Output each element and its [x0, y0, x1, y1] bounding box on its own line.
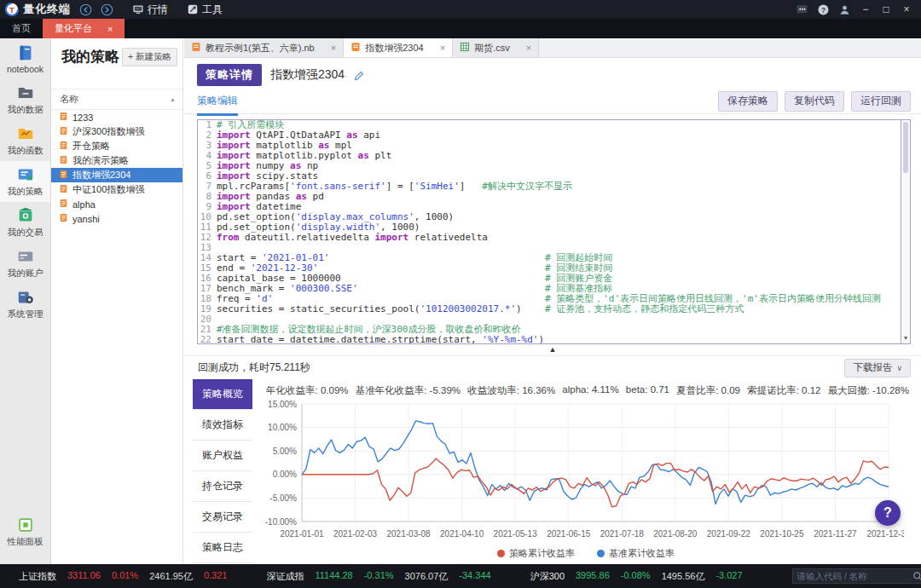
cpu-icon — [16, 516, 35, 534]
code-line[interactable]: 22start_date = datetime.datetime.strptim… — [198, 335, 910, 344]
doc-tab-1[interactable]: 指数增强2304× — [344, 38, 453, 57]
edit-pencil-icon[interactable] — [353, 70, 364, 81]
index-quote[interactable]: 上证指数3311.060.01%2461.95亿0.321 — [19, 570, 227, 583]
title-bar: T 量化终端 行情 工具 ? − □ × — [0, 0, 921, 19]
strategy-list: 1233沪深300指数增强开仓策略我的演示策略指数增强2304中证100指数增强… — [51, 110, 182, 226]
forward-icon[interactable] — [101, 3, 113, 16]
sidebar-item-my-data[interactable]: 我的数据 — [0, 79, 50, 120]
backtest-tab-column: 策略概览绩效指标账户权益持仓记录交易记录策略日志 — [193, 379, 252, 563]
doc-tab-2[interactable]: 期货.csv× — [453, 38, 539, 57]
collapse-editor-handle[interactable]: ▲ — [184, 344, 921, 355]
chevron-down-icon: ∨ — [896, 364, 902, 372]
sidebar-item-my-strategies[interactable]: 我的策略 — [0, 161, 50, 202]
backtest-tab-5[interactable]: 策略日志 — [193, 533, 252, 563]
account-card-icon — [16, 247, 35, 266]
metrics-row: 年化收益率: 0.09%基准年化收益率: -5.39%收益波动率: 16.36%… — [256, 379, 916, 399]
code-line[interactable]: 8import pandas as pd — [198, 192, 910, 202]
strategy-list-item[interactable]: 我的演示策略 — [51, 153, 182, 168]
user-icon[interactable] — [838, 3, 851, 16]
sort-asc-icon[interactable]: ▲ — [170, 96, 176, 102]
run-backtest-button[interactable]: 运行回测 — [851, 91, 911, 112]
returns-chart: 15.00%10.00%5.00%0.00%-5.00%-10.00%2021-… — [256, 399, 916, 545]
close-icon[interactable]: × — [331, 43, 336, 53]
window-tab-0[interactable]: 首页 — [0, 19, 43, 38]
window-tab-bar: 首页量化平台× — [0, 19, 921, 38]
svg-text:2021-05-13: 2021-05-13 — [494, 529, 538, 539]
sidebar-item-my-functions[interactable]: 我的函数 — [0, 120, 50, 161]
metric: 基准年化收益率: -5.39% — [356, 384, 460, 397]
code-editor[interactable]: 1# 引入所需模块2import QtAPI.QtDataAPI as api3… — [197, 119, 911, 344]
feedback-chat-icon[interactable] — [796, 3, 808, 16]
backtest-content: 年化收益率: 0.09%基准年化收益率: -5.39%收益波动率: 16.36%… — [252, 379, 921, 563]
svg-text:2021-09-22: 2021-09-22 — [707, 529, 751, 539]
strategy-list-header[interactable]: 名称 ▲ — [51, 89, 182, 110]
index-quote[interactable]: 沪深3003995.86-0.08%1495.56亿-3.027 — [530, 570, 743, 583]
backtest-tab-1[interactable]: 绩效指标 — [193, 410, 252, 441]
strategy-name: 指数增强2304 — [270, 67, 345, 83]
strategy-list-item[interactable]: 沪深300指数增强 — [51, 124, 182, 139]
system-gear-icon — [16, 288, 35, 307]
window-tab-1[interactable]: 量化平台× — [43, 19, 125, 38]
new-strategy-button[interactable]: + 新建策略 — [122, 48, 177, 66]
app-title: 量化终端 — [23, 2, 71, 17]
minimize-button[interactable]: − — [860, 3, 872, 15]
strategy-detail-badge: 策略详情 — [197, 64, 262, 86]
main-area: 教程示例1(第五、六章).nb×指数增强2304×期货.csv× 策略详情 指数… — [184, 38, 921, 564]
market-monitor-icon — [132, 3, 144, 15]
backtest-tab-2[interactable]: 账户权益 — [193, 441, 252, 471]
code-line[interactable]: 12from dateutil.relativedelta import rel… — [198, 233, 910, 243]
svg-text:2021-12-30: 2021-12-30 — [866, 529, 904, 539]
copy-code-button[interactable]: 复制代码 — [785, 91, 844, 112]
strategy-doc-icon — [59, 155, 68, 166]
scroll-down-icon[interactable]: ▼ — [901, 333, 910, 343]
backtest-tab-4[interactable]: 交易记录 — [193, 502, 252, 533]
svg-text:0.00%: 0.00% — [273, 470, 297, 479]
code-line[interactable]: 19securities = static_securities_pool('1… — [198, 304, 910, 314]
metric: 收益波动率: 16.36% — [467, 384, 555, 397]
left-rail: notebook我的数据我的函数我的策略我的交易我的账户系统管理性能面板 — [0, 38, 51, 564]
notebook-doc-icon — [350, 42, 361, 54]
floating-help-button[interactable]: ? — [875, 500, 901, 526]
strategy-list-item[interactable]: 1233 — [51, 110, 182, 124]
close-button[interactable]: × — [901, 3, 912, 15]
strategy-list-item[interactable]: alpha — [51, 197, 182, 211]
back-icon[interactable] — [79, 3, 92, 16]
menu-market[interactable]: 行情 — [132, 3, 168, 17]
strategy-doc-icon — [59, 184, 68, 195]
document-tab-bar: 教程示例1(第五、六章).nb×指数增强2304×期货.csv× — [184, 38, 921, 58]
close-icon[interactable]: × — [440, 43, 445, 53]
sidebar-item-performance-panel[interactable]: 性能面板 — [0, 511, 50, 552]
notebook-doc-icon — [191, 42, 201, 54]
backtest-tab-0[interactable]: 策略概览 — [193, 379, 252, 410]
sidebar-item-my-account[interactable]: 我的账户 — [0, 243, 50, 284]
sidebar-item-system-management[interactable]: 系统管理 — [0, 284, 50, 325]
editor-scrollbar[interactable]: ▼ — [901, 120, 910, 343]
strategy-panel-title: 我的策略 — [61, 47, 119, 66]
strategy-list-item[interactable]: yanshi — [51, 211, 182, 226]
close-icon[interactable]: × — [526, 43, 531, 53]
strategy-list-item[interactable]: 中证100指数增强 — [51, 182, 182, 197]
strategy-doc-icon — [59, 112, 68, 123]
strategy-list-item[interactable]: 开仓策略 — [51, 139, 182, 153]
download-report-button[interactable]: 下载报告 ∨ — [844, 359, 911, 378]
sidebar-item-my-trades[interactable]: 我的交易 — [0, 202, 50, 243]
tab-strategy-editor[interactable]: 策略编辑 — [197, 94, 238, 116]
trade-safe-icon — [16, 206, 35, 225]
strategy-list-item[interactable]: 指数增强2304 — [51, 168, 182, 182]
doc-tab-0[interactable]: 教程示例1(第五、六章).nb× — [184, 38, 344, 57]
strategy-panel: 我的策略 + 新建策略 名称 ▲ 1233沪深300指数增强开仓策略我的演示策略… — [51, 38, 183, 564]
search-icon[interactable] — [912, 571, 921, 581]
help-icon[interactable]: ? — [817, 3, 830, 16]
strategy-doc-icon — [59, 141, 68, 152]
index-quote[interactable]: 深证成指11144.28-0.31%3076.07亿-34.344 — [266, 570, 490, 583]
backtest-tab-3[interactable]: 持仓记录 — [193, 471, 252, 502]
maximize-button[interactable]: □ — [880, 3, 892, 15]
sidebar-item-notebook[interactable]: notebook — [0, 38, 50, 79]
close-icon[interactable]: × — [107, 24, 113, 34]
menu-tools[interactable]: 工具 — [187, 3, 223, 17]
save-strategy-button[interactable]: 保存策略 — [718, 91, 778, 112]
ticker-search[interactable] — [792, 568, 921, 584]
legend-item[interactable]: 策略累计收益率 — [497, 547, 575, 560]
ticker-search-input[interactable] — [797, 571, 912, 581]
legend-item[interactable]: 基准累计收益率 — [597, 547, 675, 560]
